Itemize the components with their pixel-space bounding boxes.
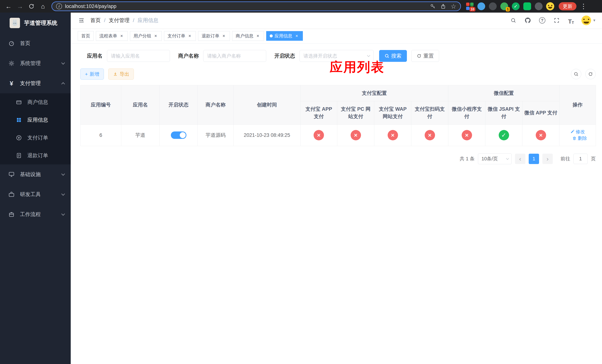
- page-title: 应用列表: [330, 58, 385, 76]
- password-key-icon[interactable]: [430, 3, 436, 9]
- chevron-down-icon: [61, 192, 65, 196]
- close-icon[interactable]: ×: [119, 33, 124, 39]
- tag-app-info[interactable]: 应用信息×: [266, 31, 303, 41]
- col-header-status: 开启状态: [160, 85, 198, 125]
- tag-user-group[interactable]: 用户分组×: [130, 31, 162, 41]
- close-icon[interactable]: ×: [153, 33, 158, 39]
- font-size-icon[interactable]: TT: [567, 16, 575, 24]
- browser-menu-icon[interactable]: ⋮: [578, 2, 589, 10]
- edit-link[interactable]: 修改: [570, 129, 585, 135]
- sidebar-item-refund-order[interactable]: 退款订单: [0, 147, 71, 164]
- reset-button[interactable]: 重置: [411, 50, 439, 62]
- sidebar-item-system[interactable]: 系统管理: [0, 53, 71, 73]
- coin-icon: [15, 135, 22, 141]
- col-header-alipay-app: 支付宝 APP 支付: [301, 101, 337, 124]
- extension-icon-2[interactable]: [477, 2, 486, 11]
- back-icon[interactable]: ←: [3, 1, 14, 11]
- refresh-icon: [417, 54, 421, 58]
- merchant-name-input[interactable]: [203, 50, 266, 62]
- col-header-alipay-wap: 支付宝 WAP 网站支付: [374, 101, 411, 124]
- add-button[interactable]: + 新增: [80, 68, 104, 80]
- extension-icon-4[interactable]: 1: [500, 2, 509, 11]
- site-info-icon[interactable]: i: [56, 3, 62, 9]
- sidebar-item-merchant-info[interactable]: 商户信息: [0, 93, 71, 111]
- extension-icon-7[interactable]: [534, 2, 543, 11]
- cell-merchant: 芋道源码: [198, 124, 234, 146]
- tag-merchant-info[interactable]: 商户信息×: [232, 31, 264, 41]
- sidebar-item-infra[interactable]: 基础设施: [0, 164, 71, 184]
- reload-icon[interactable]: [26, 1, 37, 11]
- tag-refund-order[interactable]: 退款订单×: [198, 31, 230, 41]
- sidebar-item-app-info[interactable]: 应用信息: [0, 111, 71, 129]
- breadcrumb-current: 应用信息: [138, 17, 159, 24]
- breadcrumb-home[interactable]: 首页: [90, 17, 101, 24]
- app-name-input[interactable]: [107, 50, 170, 62]
- alipay-app-status-icon: ×: [314, 130, 324, 140]
- extension-icon-8[interactable]: [546, 2, 555, 11]
- tag-process-form[interactable]: 流程表单×: [96, 31, 128, 41]
- prev-page-button[interactable]: ‹: [515, 154, 525, 164]
- extension-icon-5[interactable]: ✓: [511, 2, 520, 11]
- bookmark-star-icon[interactable]: ☆: [451, 3, 456, 10]
- home-icon[interactable]: ⌂: [38, 1, 48, 11]
- sidebar-item-home[interactable]: 首页: [0, 33, 71, 53]
- extension-badge: 10: [469, 7, 475, 11]
- tag-pay-order[interactable]: 支付订单×: [164, 31, 196, 41]
- address-bar[interactable]: i localhost:1024/pay/app ☆: [52, 1, 461, 11]
- chevron-up-icon: [61, 82, 65, 86]
- pencil-icon: [570, 129, 575, 134]
- close-icon[interactable]: ×: [221, 33, 226, 39]
- sidebar-collapse-icon[interactable]: [77, 16, 86, 24]
- total-count: 共 1 条: [460, 156, 475, 162]
- pagination: 共 1 条 10条/页 ‹ 1 › 前往 页: [80, 153, 596, 164]
- dashboard-icon: [8, 40, 15, 46]
- group-header-wechat: 微信配置: [448, 85, 559, 101]
- fullscreen-icon[interactable]: [553, 16, 561, 24]
- col-header-alipay-pc: 支付宝 PC 网站支付: [337, 101, 374, 124]
- sidebar-item-workflow[interactable]: 工作流程: [0, 204, 71, 225]
- export-button[interactable]: 导出: [108, 68, 134, 80]
- cell-id: 6: [81, 124, 121, 146]
- browser-update-button[interactable]: 更新: [559, 2, 576, 10]
- col-header-name: 应用名: [121, 85, 160, 125]
- download-icon: [113, 72, 118, 76]
- wechat-jsapi-status-icon: ✓: [499, 130, 509, 140]
- avatar-image: [581, 16, 591, 25]
- trash-icon: [572, 136, 577, 140]
- forward-icon[interactable]: →: [15, 1, 25, 11]
- sidebar-item-devtools[interactable]: 研发工具: [0, 184, 71, 204]
- share-icon[interactable]: [441, 3, 446, 9]
- active-dot: [270, 34, 273, 37]
- credit-card-icon: [15, 99, 22, 105]
- goto-page-input[interactable]: [573, 154, 588, 164]
- close-icon[interactable]: ×: [255, 33, 260, 39]
- refresh-table-button[interactable]: [585, 69, 596, 79]
- chevron-down-icon: [61, 61, 65, 65]
- search-icon: [574, 72, 579, 76]
- group-header-alipay: 支付宝配置: [301, 85, 448, 101]
- delete-link[interactable]: 删除: [572, 135, 587, 141]
- extension-icon-6[interactable]: [523, 2, 532, 11]
- tag-home[interactable]: 首页: [78, 31, 94, 41]
- user-avatar[interactable]: ▾: [581, 16, 595, 25]
- page-size-select[interactable]: 10条/页: [478, 153, 512, 164]
- page-number-1[interactable]: 1: [529, 154, 539, 164]
- help-icon[interactable]: ?: [538, 16, 546, 24]
- col-header-wechat-app: 微信 APP 支付: [522, 101, 559, 124]
- github-icon[interactable]: [524, 16, 532, 24]
- col-header-wechat-mini: 微信小程序支付: [448, 101, 485, 124]
- close-icon[interactable]: ×: [187, 33, 192, 39]
- toggle-search-button[interactable]: [571, 69, 581, 79]
- extension-icon-3[interactable]: [488, 2, 497, 11]
- alipay-scan-status-icon: ×: [425, 130, 435, 140]
- goto-unit: 页: [591, 156, 596, 162]
- chevron-down-icon: [61, 172, 65, 176]
- extension-icon-1[interactable]: 10: [465, 2, 474, 11]
- header-search-icon[interactable]: [509, 16, 517, 24]
- next-page-button[interactable]: ›: [542, 154, 553, 164]
- sidebar-item-pay-order[interactable]: 支付订单: [0, 129, 71, 147]
- sidebar-item-payment[interactable]: ¥ 支付管理: [0, 73, 71, 93]
- status-switch[interactable]: [171, 131, 186, 139]
- cell-name: 芋道: [121, 124, 160, 146]
- close-icon[interactable]: ×: [294, 33, 299, 39]
